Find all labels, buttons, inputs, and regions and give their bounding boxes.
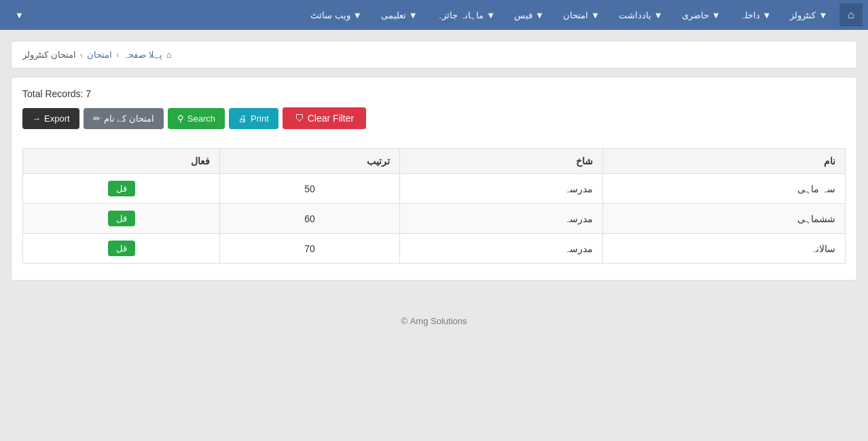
print-button[interactable]: 🖨 Print: [229, 108, 278, 129]
edit-icon: ✏: [93, 113, 101, 124]
search-icon: ⚲: [177, 113, 184, 124]
action-button[interactable]: قل: [108, 211, 135, 226]
main-card: Total Records: 7 → Export ✏ امتحان کے نا…: [11, 77, 857, 281]
cell-order: 50: [220, 174, 400, 204]
clear-filter-button[interactable]: ⛉ Clear Filter: [283, 107, 366, 129]
total-records: Total Records: 7: [22, 88, 846, 99]
breadcrumb-sep2: ›: [80, 50, 83, 60]
toolbar: → Export ✏ امتحان کے نام ⚲ Search 🖨 Prin…: [22, 107, 846, 129]
nav-dropdown-arrow: ▼: [486, 10, 495, 20]
breadcrumb-sep1: ›: [116, 50, 119, 60]
breadcrumb-card: ⌂ پہلا صفحہ › امتحان › امتحان کنٹرولز: [11, 41, 857, 69]
nav-dropdown-arrow: ▼: [535, 10, 544, 20]
nav-item-imtihan[interactable]: ▼ امتحان: [554, 2, 609, 29]
action-button[interactable]: قل: [108, 181, 135, 196]
data-table: نام شاخ ترتیب فعال سہ ماہیمدرسہ50قلششماہ…: [22, 148, 846, 264]
cell-branch: مدرسہ: [400, 174, 603, 204]
print-icon: 🖨: [238, 113, 247, 124]
export-icon: →: [32, 113, 41, 124]
cell-branch: مدرسہ: [400, 204, 603, 234]
nav-dropdown-arrow: ▼: [654, 10, 663, 20]
cell-name: سالانہ: [602, 234, 845, 264]
exam-name-button[interactable]: ✏ امتحان کے نام: [84, 108, 164, 129]
cell-name: سہ ماہی: [602, 174, 845, 204]
nav-dropdown-arrow: ▼: [353, 10, 362, 20]
nav-item-yaddaasht[interactable]: ▼ یادداشت: [609, 2, 672, 29]
nav-dropdown-left[interactable]: ▼: [5, 2, 33, 29]
cell-order: 70: [220, 234, 400, 264]
table-row: ششماہیمدرسہ60قل: [23, 204, 846, 234]
breadcrumb: ⌂ پہلا صفحہ › امتحان › امتحان کنٹرولز: [22, 50, 846, 60]
col-header-order: ترتیب: [220, 149, 400, 174]
nav-item-website[interactable]: ▼ ویب سائٹ: [301, 2, 372, 29]
breadcrumb-current: امتحان کنٹرولز: [22, 50, 76, 60]
nav-item-fees[interactable]: ▼ فیس: [505, 2, 554, 29]
col-header-name: نام: [602, 149, 845, 174]
table-row: سہ ماہیمدرسہ50قل: [23, 174, 846, 204]
col-header-branch: شاخ: [400, 149, 603, 174]
nav-item-dakhlah[interactable]: ▼ داخلہ: [730, 2, 781, 29]
cell-branch: مدرسہ: [400, 234, 603, 264]
table-row: سالانہمدرسہ70قل: [23, 234, 846, 264]
export-button[interactable]: → Export: [22, 108, 79, 129]
home-button[interactable]: ⌂: [839, 3, 863, 27]
nav-item-kontrolz[interactable]: ▼ کنٹرولز: [780, 2, 837, 29]
nav-dropdown-arrow: ▼: [409, 10, 418, 20]
col-header-action: فعال: [23, 149, 220, 174]
nav-dropdown-arrow: ▼: [763, 10, 772, 20]
search-button[interactable]: ⚲ Search: [168, 108, 225, 129]
breadcrumb-link1[interactable]: امتحان: [87, 50, 112, 60]
nav-item-taleemi[interactable]: ▼ تعلیمی: [372, 2, 427, 29]
nav-dropdown-arrow: ▼: [818, 10, 827, 20]
nav-item-mahana-jaiza[interactable]: ▼ ماہانہ جائزہ: [427, 2, 505, 29]
breadcrumb-home-icon: ⌂: [166, 50, 172, 60]
nav-dropdown-arrow: ▼: [591, 10, 600, 20]
cell-order: 60: [220, 204, 400, 234]
footer: Amg Solutions ©: [0, 302, 868, 340]
cell-name: ششماہی: [602, 204, 845, 234]
action-button[interactable]: قل: [108, 241, 135, 256]
cell-action: قل: [23, 234, 220, 264]
table-container: نام شاخ ترتیب فعال سہ ماہیمدرسہ50قلششماہ…: [22, 143, 846, 269]
filter-icon: ⛉: [295, 113, 304, 124]
nav-dropdown-arrow: ▼: [712, 10, 721, 20]
nav-item-hazri[interactable]: ▼ حاضری: [672, 2, 730, 29]
breadcrumb-home-link[interactable]: پہلا صفحہ: [123, 50, 162, 60]
cell-action: قل: [23, 174, 220, 204]
cell-action: قل: [23, 204, 220, 234]
navbar: ⌂ ▼ کنٹرولز ▼ داخلہ ▼ حاضری ▼ یادداشت ▼ …: [0, 0, 868, 30]
